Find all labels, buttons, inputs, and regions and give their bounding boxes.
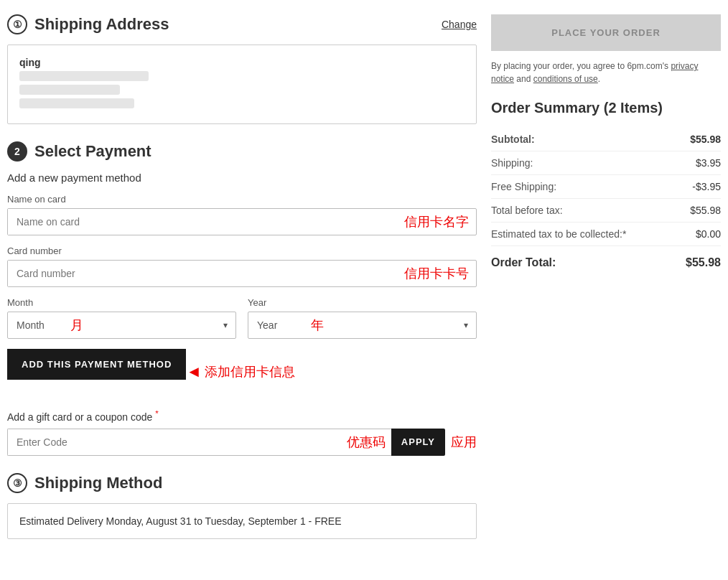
shipping-method-section: ③ Shipping Method Estimated Delivery Mon…	[7, 473, 477, 539]
card-number-annotation: 信用卡卡号	[404, 265, 476, 282]
shipping-address-title: Shipping Address	[34, 15, 169, 34]
delivery-text: Estimated Delivery Monday, August 31 to …	[19, 515, 341, 527]
total-before-tax-label: Total before tax:	[491, 205, 563, 216]
estimated-tax-label: Estimated tax to be collected:*	[491, 228, 626, 240]
step-1-circle: ①	[7, 14, 27, 34]
name-on-card-annotation: 信用卡名字	[404, 213, 476, 230]
add-payment-btn-row: ADD THIS PAYMENT METHOD ◄ 添加信用卡信息	[7, 349, 477, 394]
conditions-link[interactable]: conditions of use	[533, 74, 598, 84]
total-before-tax-value: $55.98	[690, 205, 721, 216]
subtotal-label: Subtotal:	[491, 134, 535, 145]
apply-button[interactable]: APPLY	[391, 429, 445, 456]
change-address-link[interactable]: Change	[442, 19, 477, 30]
summary-row-tax: Estimated tax to be collected:* $0.00	[491, 223, 721, 246]
shipping-address-header: ① Shipping Address Change	[7, 14, 477, 34]
order-summary-title: Order Summary (2 Items)	[491, 100, 721, 116]
address-line-1	[19, 71, 149, 81]
shipping-value: $3.95	[696, 157, 721, 169]
summary-row-order-total: Order Total: $55.98	[491, 246, 721, 275]
shipping-method-title: Shipping Method	[34, 474, 162, 492]
main-content: ① Shipping Address Change qing 2 Select …	[7, 14, 477, 539]
year-label: Year	[248, 297, 477, 308]
free-shipping-value: -$3.95	[692, 181, 721, 192]
order-total-value: $55.98	[686, 256, 721, 269]
year-select[interactable]: Year 202420252026 202720282029	[248, 312, 477, 339]
coupon-input-wrapper[interactable]: 优惠码	[7, 429, 391, 456]
gift-label-text: Add a gift card or a coupon code	[7, 411, 152, 423]
year-group: Year Year 202420252026 202720282029 ▾ 年	[248, 297, 477, 339]
and-text: and	[514, 74, 533, 84]
month-select-wrapper[interactable]: Month 010203 040506 070809 101112 ▾ 月	[7, 312, 236, 339]
name-on-card-input[interactable]	[8, 209, 398, 235]
name-on-card-label: Name on card	[7, 194, 477, 205]
payment-section: 2 Select Payment Add a new payment metho…	[7, 141, 477, 456]
name-on-card-group: Name on card 信用卡名字	[7, 194, 477, 235]
month-label: Month	[7, 297, 236, 308]
date-row: Month Month 010203 040506 070809 101112 …	[7, 297, 477, 339]
card-number-input[interactable]	[8, 261, 398, 286]
address-line-2	[19, 85, 120, 95]
apply-annotation: 应用	[451, 434, 477, 451]
year-select-wrapper[interactable]: Year 202420252026 202720282029 ▾ 年	[248, 312, 477, 339]
card-number-label: Card number	[7, 245, 477, 256]
red-arrow-icon: ◄	[186, 362, 202, 381]
shipping-title-group: ① Shipping Address	[7, 14, 169, 34]
address-box: qing	[7, 45, 477, 124]
payment-subtitle: Add a new payment method	[7, 172, 477, 184]
month-group: Month Month 010203 040506 070809 101112 …	[7, 297, 236, 339]
agreement-text: By placing your order, you agree to 6pm.…	[491, 61, 671, 71]
address-name: qing	[19, 57, 465, 68]
shipping-label: Shipping:	[491, 157, 533, 169]
subtotal-value: $55.98	[690, 134, 721, 145]
shipping-method-box: Estimated Delivery Monday, August 31 to …	[7, 503, 477, 539]
place-order-button[interactable]: PLACE YOUR ORDER	[491, 14, 721, 51]
summary-rows: Subtotal: $55.98 Shipping: $3.95 Free Sh…	[491, 128, 721, 275]
coupon-row: 优惠码 APPLY	[7, 429, 445, 456]
period: .	[598, 74, 600, 84]
address-line-3	[19, 98, 134, 108]
step-3-circle: ③	[7, 473, 27, 493]
summary-row-subtotal: Subtotal: $55.98	[491, 128, 721, 151]
payment-title: Select Payment	[34, 142, 151, 161]
shipping-method-title-group: ③ Shipping Method	[7, 473, 162, 493]
order-agreement: By placing your order, you agree to 6pm.…	[491, 60, 721, 85]
summary-row-shipping: Shipping: $3.95	[491, 151, 721, 175]
coupon-input[interactable]	[8, 429, 341, 455]
add-payment-button[interactable]: ADD THIS PAYMENT METHOD	[7, 349, 186, 380]
summary-row-total-before-tax: Total before tax: $55.98	[491, 199, 721, 223]
coupon-annotation: 优惠码	[347, 434, 391, 451]
shipping-method-header: ③ Shipping Method	[7, 473, 477, 493]
card-number-input-wrapper[interactable]: 信用卡卡号	[7, 260, 477, 287]
add-payment-annotation-group: ◄ 添加信用卡信息	[186, 362, 295, 381]
add-payment-annotation: 添加信用卡信息	[205, 363, 295, 380]
name-on-card-input-wrapper[interactable]: 信用卡名字	[7, 208, 477, 235]
gift-sup: *	[155, 408, 159, 418]
month-select[interactable]: Month 010203 040506 070809 101112	[7, 312, 236, 339]
free-shipping-label: Free Shipping:	[491, 181, 556, 192]
card-number-group: Card number 信用卡卡号	[7, 245, 477, 287]
estimated-tax-value: $0.00	[696, 228, 721, 240]
order-total-label: Order Total:	[491, 256, 556, 269]
payment-title-group: 2 Select Payment	[7, 141, 151, 162]
summary-row-free-shipping: Free Shipping: -$3.95	[491, 175, 721, 199]
gift-label: Add a gift card or a coupon code *	[7, 408, 477, 423]
payment-header: 2 Select Payment	[7, 141, 477, 162]
step-2-circle: 2	[7, 141, 27, 162]
sidebar: PLACE YOUR ORDER By placing your order, …	[491, 14, 721, 539]
